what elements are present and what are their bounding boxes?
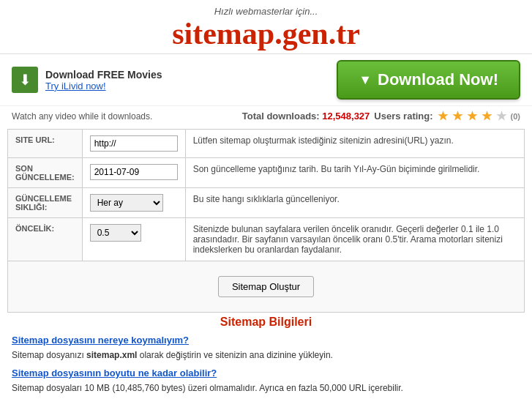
header-subtitle: Hızlı webmasterlar için... [0,6,532,17]
guncelleme-sikligi-label: GÜNCELLEMESIKLIĞI: [8,188,83,218]
oncelik-input-cell: 0.5 0.1 0.2 0.3 0.4 0.6 0.7 0.8 0.9 1.0 [82,218,185,261]
star-1: ★ [438,109,448,123]
download-arrow-icon: ▼ [359,72,372,88]
guncelleme-sikligi-input-cell: Her ay Her gün Her hafta Her yıl Hiçbir … [82,188,185,218]
info-section: Sitemap Bilgileri Sitemap dosyasını nere… [0,313,532,399]
info-a2: Sitemap dosyaları 10 MB (10,485,760 byte… [12,381,520,395]
oncelik-select[interactable]: 0.5 0.1 0.2 0.3 0.4 0.6 0.7 0.8 0.9 1.0 [90,224,141,242]
header: Hızlı webmasterlar için... sitemap.gen.t… [0,0,532,54]
son-guncelleme-label: SONGÜNCELLEME: [8,158,83,188]
star-5-empty: ★ [496,109,506,123]
rating-count: (0) [511,112,520,121]
site-url-label: SITE URL: [8,130,83,158]
download-now-label: Download Now! [378,70,498,89]
guncelleme-sikligi-desc: Bu site hangı sıklıklarla güncelleniyor. [185,188,524,218]
site-url-input-cell [82,130,185,158]
oncelik-label: ÖNCELİK: [8,218,83,261]
son-guncelleme-desc: Son güncelleme yaptığınız tarih. Bu tari… [185,158,524,188]
star-4: ★ [482,109,492,123]
guncelleme-sikligi-row: GÜNCELLEMESIKLIĞI: Her ay Her gün Her ha… [8,188,525,218]
stats-bar: Watch any video while it downloads. Tota… [0,106,532,129]
stats-right: Total downloads: 12,548,327 Users rating… [242,109,520,123]
total-downloads-label: Total downloads: 12,548,327 [242,111,370,122]
form-table: SITE URL: Lütfen sitemap oluşturmak iste… [7,129,525,313]
son-guncelleme-input-cell [82,158,185,188]
header-title: sitemap.gen.tr [0,17,532,51]
ad-link[interactable]: Try iLivid now! [45,81,162,92]
download-icon: ⬇ [12,67,38,93]
generate-button[interactable]: Sitemap Oluştur [218,276,314,297]
ad-left: ⬇ Download FREE Movies Try iLivid now! [12,67,162,93]
watch-text: Watch any video while it downloads. [12,111,152,122]
guncelleme-sikligi-select[interactable]: Her ay Her gün Her hafta Her yıl Hiçbir … [90,194,163,212]
downloads-count: 12,548,327 [322,111,370,122]
oncelik-desc: Sitenizde bulunan sayfalara verilen önce… [185,218,524,261]
ad-title: Download FREE Movies [45,69,162,81]
oncelik-row: ÖNCELİK: 0.5 0.1 0.2 0.3 0.4 0.6 0.7 0.8… [8,218,525,261]
info-q2[interactable]: Sitemap dosyasının boyutu ne kadar olabi… [12,368,520,379]
star-2: ★ [452,109,462,123]
info-q1[interactable]: Sitemap dosyasını nereye koymalıyım? [12,335,520,346]
ad-bar: ⬇ Download FREE Movies Try iLivid now! ▼… [0,54,532,106]
ad-text-block: Download FREE Movies Try iLivid now! [45,69,162,92]
info-a1: Sitemap dosyanızı sitemap.xml olarak değ… [12,348,520,362]
son-guncelleme-row: SONGÜNCELLEME: Son güncelleme yaptığınız… [8,158,525,188]
download-now-button[interactable]: ▼ Download Now! [337,60,520,100]
site-url-row: SITE URL: Lütfen sitemap oluşturmak iste… [8,130,525,158]
info-section-title: Sitemap Bilgileri [12,316,520,329]
site-url-input[interactable] [90,135,178,152]
generate-row: Sitemap Oluştur [8,261,525,313]
star-3: ★ [467,109,477,123]
son-guncelleme-input[interactable] [90,164,178,180]
site-url-desc: Lütfen sitemap oluşturmak istediğiniz si… [185,130,524,158]
users-rating-label: Users rating: [374,111,432,122]
